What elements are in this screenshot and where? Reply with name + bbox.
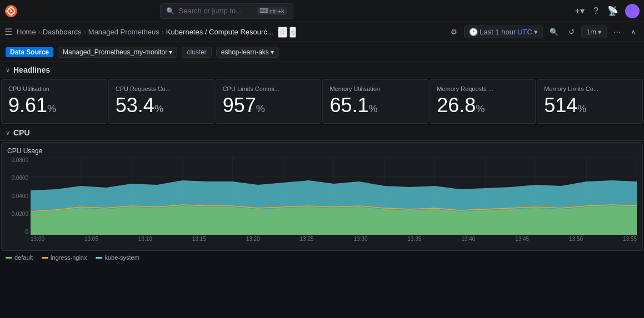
metric-value-0: 9.61% [8, 95, 100, 115]
more-options-button[interactable]: ⋯ [610, 27, 624, 37]
y-label-0: 0.0800 [11, 157, 28, 163]
breadcrumb-sep-2: › [84, 28, 86, 36]
x-label-8: 13:40 [461, 236, 475, 242]
metric-card-2: CPU Limits Commi... 957% [216, 79, 322, 124]
user-avatar[interactable] [625, 4, 640, 18]
legend-label-0: default [14, 254, 33, 261]
breadcrumb-sep-1: › [38, 28, 41, 36]
cpu-section-header[interactable]: ∨ CPU [0, 125, 644, 141]
cpu-collapse-icon: ∨ [6, 129, 10, 137]
metric-title-3: Memory Utilisation [330, 85, 421, 92]
metric-card-1: CPU Requests Co... 53.4% [108, 79, 214, 124]
top-navigation: 🔍 Search or jump to... ⌨ ctrl+k +▾ ? 📡 [0, 0, 644, 22]
notifications-button[interactable]: 📡 [605, 3, 621, 18]
metric-value-2: 957% [223, 95, 314, 115]
x-label-10: 13:50 [569, 236, 583, 242]
interval-chevron: ▾ [598, 28, 602, 36]
x-label-2: 13:10 [138, 236, 152, 242]
data-source-select[interactable]: Managed_Prometheus_my-monitor ▾ [58, 47, 177, 58]
y-label-4: 0 [25, 229, 28, 235]
clock-icon: 🕐 [469, 28, 478, 36]
data-source-value: Managed_Prometheus_my-monitor ▾ [63, 48, 172, 56]
metric-title-2: CPU Limits Commi... [223, 85, 314, 92]
breadcrumb-managed-prometheus[interactable]: Managed Prometheus [88, 28, 159, 36]
headlines-section-header[interactable]: ∨ Headlines [0, 62, 644, 78]
x-label-7: 13:35 [407, 236, 421, 242]
x-label-6: 13:30 [353, 236, 367, 242]
keyboard-icon: ⌨ [259, 7, 268, 14]
zoom-out-button[interactable]: 🔍 [546, 27, 562, 37]
breadcrumb-home[interactable]: Home [17, 28, 36, 36]
x-label-4: 13:20 [246, 236, 260, 242]
legend-item-0: default [6, 254, 33, 261]
chart-title: CPU Usage [7, 147, 637, 155]
metric-title-0: CPU Utilisation [8, 85, 100, 92]
help-button[interactable]: ? [591, 4, 601, 18]
legend-label-1: ingress-nginx [51, 254, 87, 261]
x-label-11: 13:55 [623, 236, 637, 242]
dashboard-settings-button[interactable]: ⚙ [447, 27, 461, 37]
y-label-3: 0.0200 [11, 211, 28, 217]
keyboard-shortcut: ⌨ ctrl+k [257, 7, 287, 15]
cluster-label: cluster [182, 47, 211, 58]
metric-value-3: 65.1% [330, 95, 421, 115]
time-range-label: Last 1 hour [480, 28, 516, 36]
cluster-select[interactable]: eshop-learn-aks ▾ [216, 47, 279, 58]
svg-point-5 [10, 10, 12, 12]
metric-value-4: 26.8% [437, 95, 528, 115]
refresh-button[interactable]: ↺ [565, 27, 578, 37]
y-label-2: 0.0400 [11, 193, 28, 199]
search-icon: 🔍 [166, 7, 174, 15]
headlines-section-title: Headlines [13, 65, 50, 74]
dashboard-controls: ⚙ 🕐 Last 1 hour UTC ▾ 🔍 ↺ 1m ▾ ⋯ ∧ [447, 26, 640, 38]
metric-title-1: CPU Requests Co... [116, 85, 207, 92]
search-placeholder: Search or jump to... [179, 7, 242, 15]
x-axis: 13:0013:0513:1013:1513:2013:2513:3013:35… [31, 236, 637, 246]
y-axis: 0.08000.06000.04000.02000 [7, 157, 31, 235]
grafana-logo[interactable] [4, 4, 18, 18]
legend-color-0 [6, 257, 12, 259]
metric-value-1: 53.4% [116, 95, 207, 115]
cluster-value: eshop-learn-aks ▾ [221, 48, 274, 56]
metrics-grid: CPU Utilisation 9.61% CPU Requests Co...… [0, 78, 644, 125]
legend-label-2: kube-system [104, 254, 139, 261]
timezone-label: UTC [517, 28, 532, 36]
add-button[interactable]: +▾ [573, 3, 587, 18]
x-label-9: 13:45 [515, 236, 529, 242]
metric-card-0: CPU Utilisation 9.61% [1, 79, 107, 124]
collapse-button[interactable]: ∧ [627, 27, 640, 37]
chart-inner [31, 157, 637, 235]
metric-title-5: Memory Limits Co... [544, 85, 636, 92]
hamburger-menu[interactable]: ☰ [4, 27, 12, 37]
metric-value-5: 514% [544, 95, 636, 115]
x-label-3: 13:15 [192, 236, 206, 242]
interval-value: 1m [586, 28, 596, 36]
time-range-button[interactable]: 🕐 Last 1 hour UTC ▾ [464, 26, 543, 38]
share-button[interactable]: ⎋ [289, 27, 296, 38]
breadcrumb-bar: ☰ Home › Dashboards › Managed Prometheus… [0, 22, 644, 42]
cpu-section-title: CPU [13, 128, 30, 137]
chart-area: 0.08000.06000.04000.02000 [7, 157, 637, 246]
headlines-collapse-icon: ∨ [6, 67, 10, 74]
nav-right-actions: +▾ ? 📡 [573, 3, 640, 18]
svg-marker-25 [31, 206, 637, 235]
x-label-1: 13:05 [84, 236, 98, 242]
chevron-down-icon: ▾ [534, 28, 538, 36]
x-label-5: 13:25 [300, 236, 314, 242]
legend-item-1: ingress-nginx [42, 254, 87, 261]
metric-card-4: Memory Requests ... 26.8% [430, 79, 536, 124]
y-label-1: 0.0600 [11, 175, 28, 181]
filter-bar: Data Source Managed_Prometheus_my-monito… [0, 42, 644, 62]
x-label-0: 13:00 [31, 236, 44, 242]
metric-card-3: Memory Utilisation 65.1% [322, 79, 428, 124]
breadcrumb-sep-3: › [162, 28, 164, 36]
star-button[interactable]: ☆ [278, 27, 287, 38]
chart-svg [31, 157, 637, 235]
metric-card-5: Memory Limits Co... 514% [537, 79, 643, 124]
legend-item-2: kube-system [96, 254, 139, 261]
search-bar[interactable]: 🔍 Search or jump to... ⌨ ctrl+k [160, 3, 293, 19]
breadcrumb-dashboards[interactable]: Dashboards [43, 28, 82, 36]
cpu-usage-chart-container: CPU Usage 0.08000.06000.04000.02000 [1, 142, 643, 251]
data-source-label: Data Source [6, 47, 53, 57]
interval-button[interactable]: 1m ▾ [581, 26, 607, 38]
